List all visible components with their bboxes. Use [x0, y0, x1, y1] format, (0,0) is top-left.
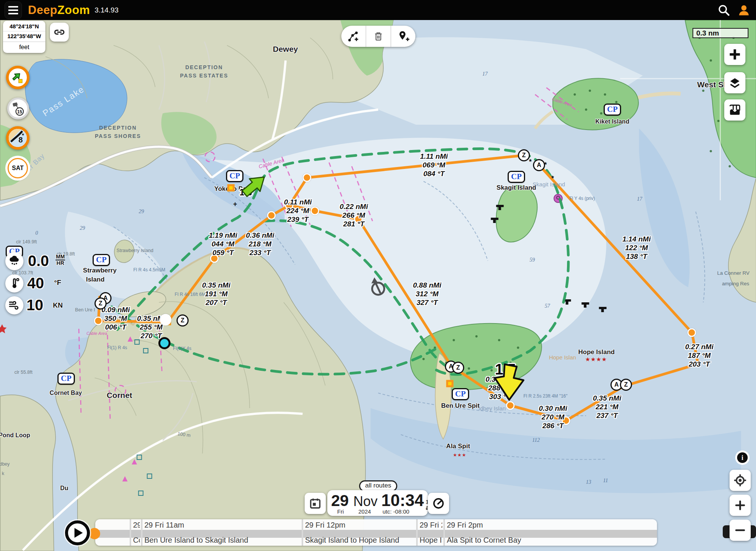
link-icon — [54, 26, 65, 38]
route-waypoint-dot[interactable] — [562, 416, 570, 425]
zoom-out-button[interactable] — [730, 520, 751, 541]
datetime-display[interactable]: 29 Nov 10:34 12am Fri 2024 utc: -08:00 — [327, 490, 428, 516]
route-leg-label: 0.09 nMi350 °M006 °T — [102, 305, 130, 332]
svg-text:*: * — [22, 132, 24, 138]
timeline-segment-time[interactable]: 29 — [133, 521, 140, 529]
route-waypoint-dot[interactable] — [94, 317, 103, 325]
checkpoint-marker[interactable]: CP — [508, 171, 525, 183]
info-icon: i — [737, 452, 748, 463]
locate-icon — [733, 474, 747, 487]
map-label: Fl(1) R 4s — [107, 345, 127, 350]
play-button[interactable] — [65, 520, 90, 545]
route-waypoint-dot[interactable] — [506, 401, 515, 410]
route-endpoint-z[interactable]: Z — [518, 149, 530, 161]
route-leg-line: 288 °M — [486, 384, 514, 392]
precipitation-widget[interactable] — [5, 252, 23, 270]
map-label: k — [2, 471, 4, 476]
anchorage-square-marker[interactable] — [446, 380, 454, 387]
route-leg-line: 006 °T — [102, 323, 130, 332]
route-leg-line: 0.30 nMi — [539, 404, 567, 413]
timeline-slider-handle[interactable] — [89, 528, 100, 539]
scale-label: 0.3 nm — [696, 29, 719, 37]
anchor-watch-button[interactable]: 15 — [7, 98, 29, 119]
tide-graph-icon — [728, 104, 741, 116]
wind-widget[interactable] — [5, 296, 23, 314]
timeline-segment-route[interactable]: Ben Ure Island to Skagit Island — [144, 536, 248, 545]
add-waypoint-button[interactable] — [391, 30, 415, 43]
route-waypoint-dot[interactable] — [267, 211, 276, 220]
route-leg-line: 084 °T — [420, 170, 448, 178]
checkpoint-marker[interactable]: CP — [226, 170, 243, 182]
map-label: idbey Islan — [479, 405, 506, 412]
checkpoint-marker[interactable]: CP — [93, 254, 110, 266]
map-label: PASS ESTATES — [180, 73, 228, 79]
navigation-mode-button[interactable] — [6, 66, 29, 89]
sat-label: SAT — [12, 165, 24, 172]
coordinate-readout[interactable]: 48°24'18"N 122°35'48"W feet — [3, 21, 45, 53]
temperature-widget[interactable] — [5, 274, 23, 293]
route-timeline[interactable]: 29Coi29 Fri 11amBen Ure Island to Skagit… — [95, 519, 657, 546]
satellite-layer-button[interactable]: SAT — [8, 158, 28, 178]
anchorage-square-marker[interactable] — [164, 318, 171, 325]
timeline-segment-route[interactable]: Skagit Island to Hope Island — [305, 536, 399, 545]
add-route-button[interactable] — [341, 30, 366, 43]
route-leg-line: 203 °T — [685, 360, 714, 369]
route-leg-line: 138 °T — [623, 252, 651, 261]
route-leg-line: 191 °M — [202, 289, 231, 298]
tide-graph-button[interactable] — [724, 99, 745, 121]
timeline-segment-time[interactable]: 29 Fri 2pm — [447, 521, 483, 529]
share-link-button[interactable] — [50, 23, 69, 42]
map-label: Fl Y 4s (priv) — [569, 196, 595, 201]
info-button[interactable]: i — [735, 450, 750, 465]
timeline-segment-time[interactable]: 29 Fri 2p — [420, 521, 442, 529]
timeline-segment-route[interactable]: Hope Isl — [420, 536, 442, 545]
route-waypoint-dot[interactable] — [303, 173, 311, 182]
dpad-icon — [728, 48, 741, 61]
locate-me-button[interactable] — [730, 470, 751, 491]
zoom-in-button[interactable] — [730, 495, 751, 516]
anchorage-square-marker[interactable] — [228, 184, 235, 192]
route-waypoint-dot[interactable] — [354, 215, 363, 224]
route-leg-line: 0.09 nMi — [102, 305, 130, 314]
map-label: 17 — [637, 196, 642, 202]
route-waypoint-dot[interactable] — [311, 207, 319, 215]
map-label: Skagit Island — [533, 181, 565, 187]
route-waypoint-dot[interactable] — [285, 201, 294, 210]
logo-part-zoom: Zoom — [57, 3, 90, 17]
calendar-button[interactable] — [305, 493, 326, 514]
chart-overlay-button[interactable]: 8 * — [6, 126, 29, 150]
route-endpoint-a[interactable]: A — [533, 159, 545, 171]
wind-unit: KN — [53, 302, 63, 310]
timeline-segment-route[interactable]: Ala Spit to Cornet Bay — [447, 536, 521, 545]
route-leg-label: 0.88 nMi312 °M327 °T — [413, 281, 442, 307]
checkpoint-marker[interactable]: CP — [452, 388, 469, 400]
longitude-value: 122°35'48"W — [3, 31, 45, 42]
timeline-segment-time[interactable]: 29 Fri 11am — [144, 521, 184, 529]
map-label: DECEPTION — [185, 64, 223, 70]
timeline-segment-time[interactable]: 29 Fri 12pm — [305, 521, 345, 529]
route-endpoint-z[interactable]: Z — [177, 314, 189, 327]
route-waypoint-dot[interactable] — [688, 328, 696, 337]
route-endpoint-z[interactable]: Z — [620, 379, 632, 391]
wind-icon — [8, 299, 21, 312]
route-waypoint-dot[interactable] — [210, 254, 219, 263]
delete-button[interactable] — [366, 31, 390, 42]
route-endpoint-z[interactable]: Z — [452, 362, 464, 374]
timeline-segment-route[interactable]: Coi — [133, 536, 140, 545]
route-leg-label: 0.36 nMi218 °M233 °T — [246, 231, 274, 257]
user-account-icon[interactable] — [737, 3, 751, 17]
map-edit-toolbar — [341, 26, 415, 47]
pan-control-button[interactable] — [724, 44, 745, 65]
checkpoint-marker[interactable]: CP — [57, 373, 75, 385]
search-icon[interactable] — [717, 4, 730, 17]
layers-button[interactable] — [724, 72, 745, 93]
checkpoint-marker[interactable]: CP — [604, 104, 621, 116]
speed-playback-button[interactable] — [428, 493, 449, 514]
app-logo: DeepZoom — [28, 3, 90, 17]
map-label: La Conner RV — [717, 270, 749, 276]
trash-icon — [373, 31, 384, 42]
route-leg-label: 0.27 nMi187 °M203 °T — [685, 342, 714, 369]
map-label: Fl R 2.5s 23ft 4M "16" — [524, 393, 568, 399]
route-endpoint-z[interactable]: Z — [94, 297, 107, 310]
hamburger-menu-button[interactable] — [5, 2, 22, 19]
